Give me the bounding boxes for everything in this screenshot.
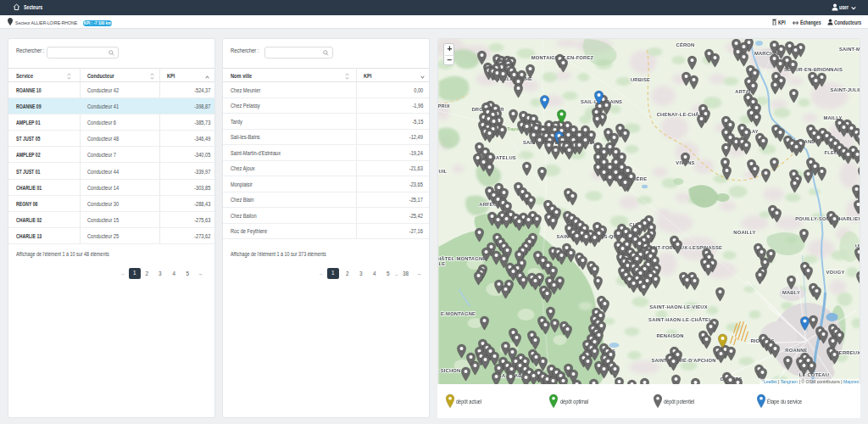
svg-text:VOUGY: VOUGY <box>826 270 845 275</box>
svg-text:MABLY: MABLY <box>782 290 800 295</box>
svg-text:E-MONTAGNE: E-MONTAGNE <box>441 311 476 316</box>
svg-text:SAINT-ANDRÉ-D'APCHON: SAINT-ANDRÉ-D'APCHON <box>651 357 715 363</box>
svg-text:EUIL: EUIL <box>438 169 448 174</box>
svg-text:SAINT-PRIX: SAINT-PRIX <box>438 103 450 109</box>
svg-text:NOAILLY: NOAILLY <box>733 230 755 235</box>
svg-text:CÉRON: CÉRON <box>676 42 695 47</box>
svg-text:CHÂTEL-MONTAGNE: CHÂTEL-MONTAGNE <box>438 256 486 261</box>
svg-text:URBISE: URBISE <box>631 77 650 82</box>
svg-text:PERREUX: PERREUX <box>836 350 860 355</box>
svg-text:SAINT-M: SAINT-M <box>839 47 860 52</box>
svg-text:LE: LE <box>439 261 446 266</box>
svg-text:SAINT-HAON-LE-CHÂTEL: SAINT-HAON-LE-CHÂTEL <box>648 317 712 322</box>
svg-text:SAINT-HAON-LE-VIEUX: SAINT-HAON-LE-VIEUX <box>649 304 708 310</box>
svg-text:RENAISON: RENAISON <box>656 333 683 338</box>
svg-text:ROANNE: ROANNE <box>785 348 807 353</box>
svg-text:SAINT-JULIEN: SAINT-JULIEN <box>830 87 860 92</box>
svg-text:-SICHON: -SICHON <box>439 368 461 373</box>
